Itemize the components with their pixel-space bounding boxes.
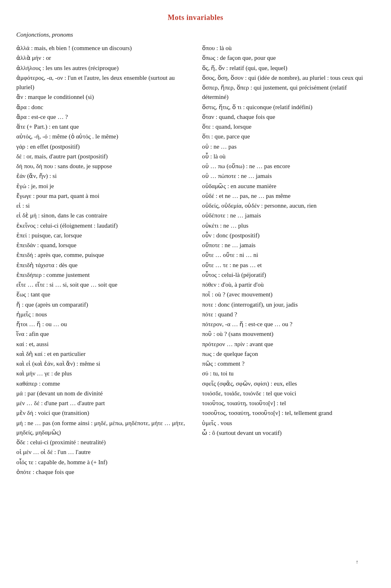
- list-item: πότερον, -α … ἤ : est-ce que … ou ?: [202, 320, 375, 329]
- list-item: ἐπεί : puisque, car, lorsque: [16, 231, 189, 240]
- list-item: οὔτε … οὔτε : ni … ni: [202, 250, 375, 260]
- list-item: πρότερον … πρίν : avant que: [202, 340, 375, 349]
- list-item: ἄν : marque le conditionnel (si): [16, 92, 189, 102]
- list-item: ἕως : tant que: [16, 290, 189, 299]
- list-item: ἐπειδή : après que, comme, puisque: [16, 250, 189, 260]
- list-item: ἐγώ : je, moi je: [16, 182, 189, 191]
- left-column: ἀλλά : mais, eh bien ! (commence un disc…: [16, 44, 189, 477]
- list-item: σύ : tu, toi tu: [202, 369, 375, 378]
- list-item: οὗ : là où: [202, 152, 375, 161]
- list-item: εἴτε … εἴτε : si … si, soit que … soit q…: [16, 280, 189, 290]
- list-item: τοιόσδε, τοιάδε, τοιόνδε : tel que voici: [202, 389, 375, 398]
- list-item: καὶ δὴ καί : et en particulier: [16, 349, 189, 359]
- list-item: ὅδε : celui-ci (proximité : neutralité): [16, 438, 189, 447]
- list-item: ἀλλήλους : les uns les autres (réciproqu…: [16, 64, 189, 73]
- list-item: ὑμεῖς . vous: [202, 419, 375, 428]
- list-item: ὅτε : quand, lorsque: [202, 122, 375, 132]
- list-item: τοσοῦτος, τοσαύτη, τοσοῦτο[ν] : tel, tel…: [202, 408, 375, 418]
- list-item: ἡμεῖς : nous: [16, 310, 189, 319]
- list-item: καθάπερ : comme: [16, 379, 189, 388]
- list-item: ποῖ : où ? (avec mouvement): [202, 290, 375, 299]
- list-item: μέν … δέ : d'une part … d'autre part: [16, 399, 189, 408]
- list-item: οὐ : ne … pas: [202, 142, 375, 151]
- list-item: πως : de quelque façon: [202, 349, 375, 359]
- section-subtitle: Conjonctions, pronoms: [16, 30, 375, 39]
- list-item: τοιοῦτος, τοιαύτη, τοιοῦτο[ν] : tel: [202, 399, 375, 408]
- list-item: οἱ μέν … οἱ δέ : l'un … l'autre: [16, 448, 189, 457]
- list-item: ὅπως : de façon que, pour que: [202, 53, 375, 63]
- list-item: οἷός τε : capable de, homme à (+ Inf): [16, 458, 189, 467]
- list-item: ἵνα : afin que: [16, 329, 189, 339]
- list-item: ὅσπερ, ἥπερ, ὅπερ : qui justement, qui p…: [202, 83, 375, 102]
- list-item: ἤ : que (après un comparatif): [16, 300, 189, 309]
- list-item: εἰ : si: [16, 201, 189, 211]
- list-item: ἐκεῖνος : celui-ci (éloignement : laudat…: [16, 221, 189, 230]
- list-item: πόθεν : d'où, à partir d'où: [202, 280, 375, 290]
- list-item: οὔποτε : ne … jamais: [202, 241, 375, 250]
- list-item: οὐ … πω (οὔπω) : ne … pas encore: [202, 162, 375, 171]
- list-item: ἀμφότερος, -α, -ον : l'un et l'autre, le…: [16, 73, 189, 92]
- list-item: οὐδείς, οὐδεμία, οὐδέν : personne, aucun…: [202, 201, 375, 211]
- list-item: πῶς : comment ?: [202, 359, 375, 369]
- list-item: καὶ μήν … γε : de plus: [16, 369, 189, 378]
- list-item: δέ : or, mais, d'autre part (postpositif…: [16, 152, 189, 161]
- list-item: ὦ : ô (surtout devant un vocatif): [202, 428, 375, 438]
- list-item: οὐκέτι : ne … plus: [202, 221, 375, 230]
- list-item: οὖν : donc (postpositif): [202, 231, 375, 240]
- list-item: ἐπειδὴ τάχιστα : dès que: [16, 261, 189, 270]
- list-item: οὔτε … τε : ne pas … et: [202, 261, 375, 270]
- list-item: ἄρα : donc: [16, 103, 189, 112]
- list-item: ὅτι : que, parce que: [202, 132, 375, 141]
- list-item: σφεῖς (σφᾶς, σφῶν, σφίσι) : eux, elles: [202, 379, 375, 388]
- list-item: μά : par (devant un nom de divinité: [16, 389, 189, 398]
- list-item: ὅστις, ἥτις, ὅ τι : quiconque (relatif i…: [202, 103, 375, 112]
- list-item: ὅταν : quand, chaque fois que: [202, 112, 375, 122]
- list-item: πότε : quand ?: [202, 310, 375, 319]
- list-item: ὅς, ἥ, ὅν : relatif (qui, que, lequel): [202, 64, 375, 73]
- list-item: δή που, δή που : sans doute, je suppose: [16, 162, 189, 171]
- list-item: ἐπειδάν : quand, lorsque: [16, 241, 189, 250]
- list-item: οὐδέποτε : ne … jamais: [202, 211, 375, 220]
- list-item: μή : ne … pas (on forme ainsi : μηδέ, μέ…: [16, 419, 189, 438]
- list-item: ἀλλὰ μήν : or: [16, 53, 189, 63]
- list-item: ἐπειδήπερ : comme justement: [16, 270, 189, 280]
- list-item: ἅτε (+ Part.) : en tant que: [16, 122, 189, 132]
- list-item: γάρ : en effet (postpositif): [16, 142, 189, 151]
- content-columns: ἀλλά : mais, eh bien ! (commence un disc…: [16, 44, 375, 477]
- list-item: ὅσος, ὅση, ὅσον : qui (idée de nombre), …: [202, 73, 375, 83]
- page-number: ↑: [356, 558, 359, 566]
- list-item: μὲν δή : voici que (transition): [16, 408, 189, 418]
- list-item: ἄρα : est-ce que … ?: [16, 112, 189, 122]
- list-item: οὐ … πώποτε : ne … jamais: [202, 171, 375, 181]
- list-item: ὅπου : là où: [202, 44, 375, 53]
- list-item: ποῦ : où ? (sans mouvement): [202, 329, 375, 339]
- list-item: ἤτοι … ἤ : ou … ou: [16, 320, 189, 329]
- list-item: ποτε : donc (interrogatif), un jour, jad…: [202, 300, 375, 309]
- list-item: καί : et, aussi: [16, 340, 189, 349]
- list-item: εἰ δὲ μή : sinon, dans le cas contraire: [16, 211, 189, 220]
- list-item: ἀλλά : mais, eh bien ! (commence un disc…: [16, 44, 189, 53]
- list-item: οὗτος : celui-là (péjoratif): [202, 270, 375, 280]
- list-item: καὶ εἰ (καὶ ἐάν, καὶ ἄν) : même si: [16, 359, 189, 369]
- page-title: Mots invariables: [16, 12, 375, 24]
- list-item: αὐτός, -ή, -ό : même (ὁ αὐτός . le même): [16, 132, 189, 141]
- list-item: ἐάν (ἄν, ἤν) : si: [16, 171, 189, 181]
- list-item: ὁπότε : chaque fois que: [16, 467, 189, 477]
- list-item: οὐδέ : et ne … pas, ne … pas même: [202, 191, 375, 201]
- right-column: ὅπου : là oùὅπως : de façon que, pour qu…: [202, 44, 375, 477]
- list-item: οὐδαμῶς : en aucune manière: [202, 182, 375, 191]
- list-item: ἔγωγε : pour ma part, quant à moi: [16, 191, 189, 201]
